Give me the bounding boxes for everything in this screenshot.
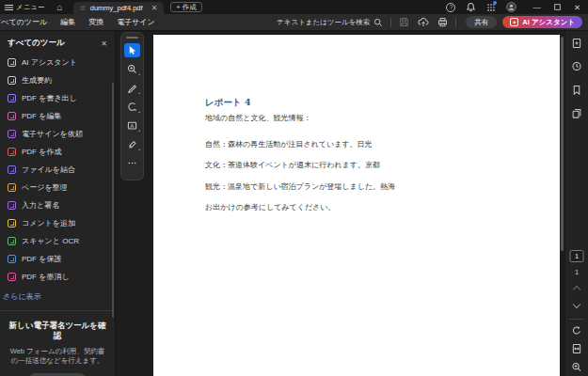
document-line: 観光：温泉地で新しい宿泊プランが登場しました。熱海: [205, 181, 395, 202]
tool-list-item[interactable]: PDF を編集: [0, 107, 115, 125]
esign-promo: 新しい電子署名ツールを確認 Web フォームの利用、契約書の一括送信などを行えま…: [0, 321, 115, 376]
toolbar-menu-item[interactable]: すべてのツール: [0, 17, 54, 27]
share-button[interactable]: 共有: [466, 16, 497, 28]
avatar[interactable]: [506, 2, 516, 12]
panel-title: すべてのツール: [8, 38, 65, 49]
magnifier-icon: [127, 64, 137, 74]
tool-list-item[interactable]: PDF を保護: [0, 250, 115, 268]
pen-tool-button[interactable]: [124, 81, 140, 95]
promo-description: Web フォームの利用、契約書の一括送信などを行えます。: [8, 347, 107, 366]
tool-list-item[interactable]: PDF を墨消し: [0, 268, 115, 286]
rotate-page-icon[interactable]: [572, 325, 582, 336]
menu-label: メニュー: [16, 3, 45, 12]
minimize-button[interactable]: —: [532, 3, 541, 12]
create-tab-button[interactable]: + 作成: [170, 2, 201, 12]
document-body: 自然：森林の再生活動が注目されています。日光 文化：茶道体験イベントが週末に行わ…: [205, 139, 395, 224]
toolbar-menu-item[interactable]: 変換: [82, 17, 110, 27]
next-page-icon[interactable]: [573, 301, 580, 308]
help-icon[interactable]: ?: [446, 3, 455, 12]
bookmarks-icon[interactable]: [572, 85, 582, 96]
text-box-tool-button[interactable]: A: [124, 118, 140, 133]
tool-list-item[interactable]: 生成要約: [0, 71, 115, 89]
ai-assistant-icon: ✦: [510, 18, 518, 26]
ai-assistant-button[interactable]: ✦ AI アシスタント: [502, 16, 582, 28]
app-grid-icon[interactable]: [486, 3, 496, 12]
zoom-tool-button[interactable]: [124, 62, 140, 76]
document-subtitle: 地域の自然と文化、観光情報：: [205, 113, 310, 123]
hamburger-icon: [5, 4, 13, 11]
cloud-upload-button[interactable]: [418, 17, 429, 27]
recent-clock-icon[interactable]: [572, 61, 582, 71]
acrobat-window: メニュー ⌂ ☆ dummy_pdf4.pdf ✕ + 作成 ?: [0, 0, 588, 376]
document-tab[interactable]: ☆ dummy_pdf4.pdf ✕: [73, 2, 165, 14]
ai-assistant-icon: [8, 58, 16, 67]
panel-scrollbar[interactable]: [112, 83, 114, 318]
tool-list-item[interactable]: 電子サインを依頼: [0, 125, 115, 143]
ellipsis-icon: [127, 158, 137, 168]
menu-button[interactable]: メニュー: [0, 0, 51, 14]
home-icon: ⌂: [57, 3, 63, 12]
titlebar-right: ? — ✕: [446, 2, 588, 12]
document-line: 文化：茶道体験イベントが週末に行われます。京都: [205, 160, 395, 180]
star-icon[interactable]: ☆: [80, 5, 87, 12]
search-icon: [373, 18, 383, 27]
all-tools-panel: すべてのツール ✕ AI アシスタント 生成要約: [0, 31, 116, 376]
page-thumbnails-icon[interactable]: [572, 108, 582, 119]
tool-list-item[interactable]: コメントを追加: [0, 214, 115, 232]
highlighter-icon: [127, 139, 137, 149]
create-pdf-icon: [8, 148, 16, 156]
lasso-tool-button[interactable]: [124, 100, 140, 114]
previous-page-icon[interactable]: [573, 286, 580, 293]
tool-list-item[interactable]: PDF を作成: [0, 143, 115, 161]
print-button[interactable]: [437, 17, 448, 27]
document-line: 自然：森林の再生活動が注目されています。日光: [205, 139, 395, 160]
panel-close-icon[interactable]: ✕: [101, 39, 107, 48]
generative-summary-icon[interactable]: [572, 38, 582, 49]
svg-text:A: A: [131, 123, 135, 129]
tool-list-item[interactable]: ページを整理: [0, 179, 115, 196]
document-viewer: A レポート 4 地域の自然と文化、観光情報：: [116, 31, 564, 376]
search-label: テキストまたはツールを検索: [277, 18, 370, 27]
tab-close-icon[interactable]: ✕: [151, 4, 158, 12]
tool-list-item[interactable]: 入力と署名: [0, 196, 115, 214]
rail-divider: [569, 319, 584, 320]
highlighter-tool-button[interactable]: [124, 137, 140, 151]
toolbar-menu-item[interactable]: 編集: [54, 17, 82, 27]
notifications-bell-icon[interactable]: [466, 2, 476, 12]
document-heading: レポート 4: [205, 97, 251, 109]
document-line: お出かけの参考にしてみてください。: [205, 202, 395, 223]
search-button[interactable]: テキストまたはツールを検索: [277, 18, 383, 27]
generative-summary-icon: [8, 76, 16, 85]
fit-page-icon[interactable]: [572, 343, 582, 354]
page-total: 1: [565, 268, 588, 276]
page-number-input[interactable]: 1: [570, 250, 584, 262]
promo-title: 新しい電子署名ツールを確認: [8, 321, 107, 342]
viewer-scrollbar[interactable]: [561, 37, 564, 251]
zoom-in-icon[interactable]: [572, 362, 582, 372]
tool-list-item[interactable]: PDF を書き出し: [0, 89, 115, 107]
toolbar-menu-item[interactable]: 電子サイン: [110, 17, 162, 27]
redact-pdf-icon: [8, 273, 16, 281]
more-tools-button[interactable]: [124, 156, 140, 170]
tool-list-item[interactable]: スキャンと OCR: [0, 232, 115, 250]
edit-pdf-icon: [8, 112, 16, 120]
scan-ocr-icon: [8, 237, 16, 245]
pdf-page[interactable]: レポート 4 地域の自然と文化、観光情報： 自然：森林の再生活動が注目されていま…: [153, 35, 560, 376]
tab-filename: dummy_pdf4.pdf: [90, 4, 143, 12]
tool-list-item[interactable]: ファイルを結合: [0, 161, 115, 179]
pen-icon: [127, 83, 137, 93]
select-tool-button[interactable]: [124, 43, 140, 57]
cursor-icon: [127, 45, 137, 55]
home-button[interactable]: ⌂: [51, 0, 70, 14]
show-more-link[interactable]: さらに表示: [0, 286, 115, 302]
drag-handle[interactable]: [126, 37, 138, 39]
tool-list-item[interactable]: AI アシスタント: [0, 54, 115, 71]
organize-pages-icon: [8, 183, 16, 192]
maximize-button[interactable]: [554, 4, 561, 10]
toolbar: すべてのツール 編集 変換 電子サイン テキストまたはツールを検索: [0, 14, 588, 31]
add-comment-icon: [8, 219, 16, 227]
right-rail: 1 1: [564, 31, 588, 376]
close-button[interactable]: ✕: [574, 3, 580, 12]
save-button[interactable]: [399, 17, 409, 27]
tools-list: AI アシスタント 生成要約 PDF を書き出し PDF を編集: [0, 54, 115, 286]
